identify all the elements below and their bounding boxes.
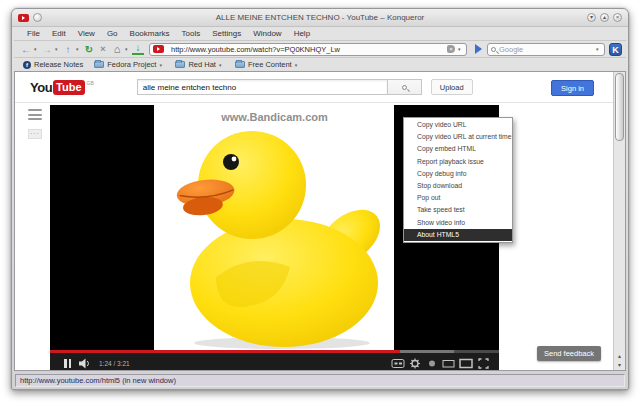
volume-icon[interactable]: [79, 358, 91, 369]
up-dropdown-icon[interactable]: ▾: [76, 46, 81, 52]
captions-icon: [392, 360, 404, 368]
home-dropdown-icon[interactable]: ▾: [125, 46, 130, 52]
bookmark-red-hat[interactable]: Red Hat ▾: [175, 60, 224, 69]
titlebar[interactable]: ALLE MEINE ENTCHEN TECHNO - YouTube – Ko…: [12, 9, 628, 27]
context-menu-item[interactable]: Take speed test: [404, 204, 512, 216]
menubar-item[interactable]: View: [73, 28, 100, 39]
bookmark-label: Red Hat: [188, 60, 216, 69]
youtube-favicon-icon: [18, 14, 29, 22]
back-icon[interactable]: ←: [20, 43, 32, 56]
more-options-icon[interactable]: ···: [28, 129, 42, 139]
logo-tube: Tube: [53, 80, 84, 95]
seek-bar[interactable]: [50, 350, 499, 353]
rubber-duck-video-still: [154, 105, 394, 353]
bookmarks-bar: f Release Notes Fedora Project ▾ Red Hat…: [14, 57, 626, 71]
logo-region: GB: [87, 80, 94, 86]
signin-button[interactable]: Sign in: [551, 80, 594, 96]
bookmark-dropdown-icon: ▾: [295, 62, 300, 68]
menubar-item[interactable]: Help: [289, 28, 315, 39]
home-icon[interactable]: ⌂: [111, 43, 123, 56]
bookmark-free-content[interactable]: Free Content ▾: [235, 60, 300, 69]
played-bar: [50, 350, 400, 353]
magnifier-icon: [402, 85, 407, 90]
time-display: 1:24 / 3:21: [99, 360, 130, 367]
youtube-search-input[interactable]: [137, 79, 387, 95]
up-icon[interactable]: ↑: [62, 43, 74, 56]
go-button[interactable]: [475, 44, 482, 54]
stop-icon[interactable]: ×: [97, 43, 109, 56]
clear-url-icon[interactable]: ×: [447, 45, 455, 53]
youtube-search-button[interactable]: [387, 79, 422, 95]
window-controls: ▾ ▴ ×: [587, 13, 622, 22]
menubar-item[interactable]: Window: [248, 28, 286, 39]
window-title: ALLE MEINE ENTCHEN TECHNO - YouTube – Ko…: [12, 13, 628, 22]
menubar-item[interactable]: Edit: [47, 28, 71, 39]
scroll-up-icon[interactable]: ▴: [618, 352, 621, 361]
youtube-search: [137, 79, 422, 95]
context-menu-item[interactable]: Show video info: [404, 217, 512, 229]
bookmark-fedora-project[interactable]: Fedora Project ▾: [94, 60, 164, 69]
kde-logo-icon: K: [609, 43, 622, 56]
context-menu-item[interactable]: Copy debug info: [404, 168, 512, 180]
quality-icon: [429, 361, 435, 367]
context-menu-item[interactable]: Stop download: [404, 180, 512, 192]
close-button[interactable]: ×: [613, 13, 622, 22]
context-menu-item[interactable]: About HTML5: [404, 229, 512, 241]
send-feedback-button[interactable]: Send feedback: [537, 346, 601, 361]
url-dropdown-icon[interactable]: ▾: [458, 46, 463, 52]
url-text[interactable]: http://www.youtube.com/watch?v=PQ0KNHQY_…: [171, 45, 444, 54]
upload-button[interactable]: Upload: [431, 79, 473, 95]
guide-menu-icon[interactable]: [28, 109, 42, 120]
folder-icon: [94, 61, 104, 68]
bookmark-release-notes[interactable]: f Release Notes: [23, 60, 83, 69]
search-dropdown-icon[interactable]: ▾: [596, 46, 601, 52]
status-bar: http://www.youtube.com/html5 (in new win…: [12, 371, 628, 389]
fullscreen-icon: [479, 359, 488, 368]
context-menu-item[interactable]: Copy embed HTML: [404, 143, 512, 155]
theater-mode-icon: [443, 361, 454, 368]
folder-icon: [175, 61, 185, 68]
minimize-button[interactable]: ▾: [587, 13, 596, 22]
download-icon[interactable]: ↓: [132, 43, 144, 55]
context-menu-item[interactable]: Copy video URL: [404, 119, 512, 131]
status-text: http://www.youtube.com/html5 (in new win…: [15, 374, 625, 387]
player-right-controls: [391, 357, 491, 369]
main-toolbar: ← ▾ → ▾ ↑ ▾ ↻ × ⌂ ▾ ↓ http://www.youtube…: [14, 40, 626, 57]
search-engine-icon[interactable]: [491, 47, 496, 52]
video-frame[interactable]: [154, 105, 394, 353]
bookmark-label: Free Content: [248, 60, 292, 69]
browser-viewport: You Tube GB Upload Sign in ···: [14, 71, 626, 371]
scrollbar-thumb[interactable]: [615, 73, 624, 141]
url-bar[interactable]: http://www.youtube.com/watch?v=PQ0KNHQY_…: [149, 43, 467, 56]
menubar-item[interactable]: Go: [102, 28, 123, 39]
search-placeholder[interactable]: Google: [499, 45, 593, 54]
vertical-scrollbar[interactable]: ▴ ▾: [613, 72, 625, 370]
context-menu-item[interactable]: Report playback issue: [404, 156, 512, 168]
bookmark-dropdown-icon: ▾: [159, 62, 164, 68]
forward-icon[interactable]: →: [41, 43, 53, 56]
desktop: ALLE MEINE ENTCHEN TECHNO - YouTube – Ko…: [0, 0, 640, 409]
maximize-button[interactable]: ▴: [600, 13, 609, 22]
konqueror-window: ALLE MEINE ENTCHEN TECHNO - YouTube – Ko…: [11, 8, 629, 390]
back-dropdown-icon[interactable]: ▾: [34, 46, 39, 52]
web-search-box[interactable]: Google ▾: [487, 43, 605, 56]
large-player-icon: [460, 360, 472, 368]
context-menu-item[interactable]: Pop out: [404, 192, 512, 204]
bookmark-dropdown-icon: ▾: [219, 62, 224, 68]
youtube-logo[interactable]: You Tube GB: [30, 80, 94, 95]
menubar-item[interactable]: Bookmarks: [125, 28, 175, 39]
player-context-menu: Copy video URLCopy video URL at current …: [403, 117, 513, 243]
settings-gear-icon: [410, 359, 420, 369]
pause-icon[interactable]: [64, 359, 71, 368]
reload-icon[interactable]: ↻: [83, 43, 95, 56]
fedora-icon: f: [23, 61, 31, 69]
scroll-down-icon[interactable]: ▾: [618, 361, 621, 370]
menubar-item[interactable]: File: [22, 28, 45, 39]
menubar-item[interactable]: Settings: [207, 28, 246, 39]
forward-dropdown-icon[interactable]: ▾: [55, 46, 60, 52]
folder-icon: [235, 61, 245, 68]
context-menu-item[interactable]: Copy video URL at current time: [404, 131, 512, 143]
bookmark-label: Release Notes: [34, 60, 83, 69]
menubar-item[interactable]: Tools: [177, 28, 206, 39]
menubar: FileEditViewGoBookmarksToolsSettingsWind…: [14, 27, 626, 40]
